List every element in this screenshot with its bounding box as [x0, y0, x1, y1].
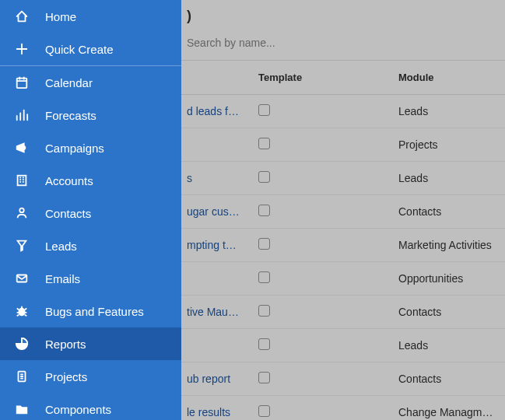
sidebar-item-label: Emails [45, 272, 80, 285]
sidebar-item-label: Home [45, 10, 76, 23]
building-icon [14, 173, 30, 188]
sidebar-item-components[interactable]: Components [0, 393, 181, 420]
sidebar-item-label: Projects [45, 370, 87, 383]
folder-icon [14, 401, 30, 417]
sidebar-item-label: Calendar [45, 76, 93, 89]
sidebar-item-label: Components [45, 403, 111, 416]
document-icon [14, 369, 30, 384]
sidebar-item-bugs-and-features[interactable]: Bugs and Features [0, 295, 181, 327]
chart-icon [14, 107, 30, 123]
sidebar-item-label: Campaigns [45, 142, 104, 155]
sidebar-item-label: Forecasts [45, 109, 96, 122]
sidebar-item-label: Quick Create [45, 43, 114, 56]
sidebar-item-label: Contacts [45, 207, 91, 220]
funnel-icon [14, 238, 30, 254]
sidebar-item-leads[interactable]: Leads [0, 229, 181, 262]
sidebar-item-label: Reports [45, 338, 86, 351]
sidebar-item-label: Accounts [45, 174, 93, 187]
sidebar-item-label: Leads [45, 240, 77, 253]
sidebar: HomeQuick CreateCalendarForecastsCampaig… [0, 0, 181, 420]
pie-icon [14, 336, 30, 352]
sidebar-item-home[interactable]: Home [0, 0, 181, 33]
sidebar-item-forecasts[interactable]: Forecasts [0, 99, 181, 131]
sidebar-item-projects[interactable]: Projects [0, 360, 181, 393]
home-icon [14, 9, 30, 24]
sidebar-item-calendar[interactable]: Calendar [0, 66, 181, 99]
megaphone-icon [14, 140, 30, 156]
bug-icon [14, 303, 30, 319]
mail-icon [14, 271, 30, 286]
sidebar-item-emails[interactable]: Emails [0, 262, 181, 295]
calendar-icon [14, 75, 30, 90]
sidebar-item-accounts[interactable]: Accounts [0, 164, 181, 197]
sidebar-item-contacts[interactable]: Contacts [0, 197, 181, 229]
plus-icon [14, 41, 30, 57]
sidebar-item-label: Bugs and Features [45, 305, 144, 318]
sidebar-item-quick-create[interactable]: Quick Create [0, 33, 181, 65]
person-icon [14, 205, 30, 221]
sidebar-item-campaigns[interactable]: Campaigns [0, 131, 181, 164]
sidebar-item-reports[interactable]: Reports [0, 327, 181, 360]
